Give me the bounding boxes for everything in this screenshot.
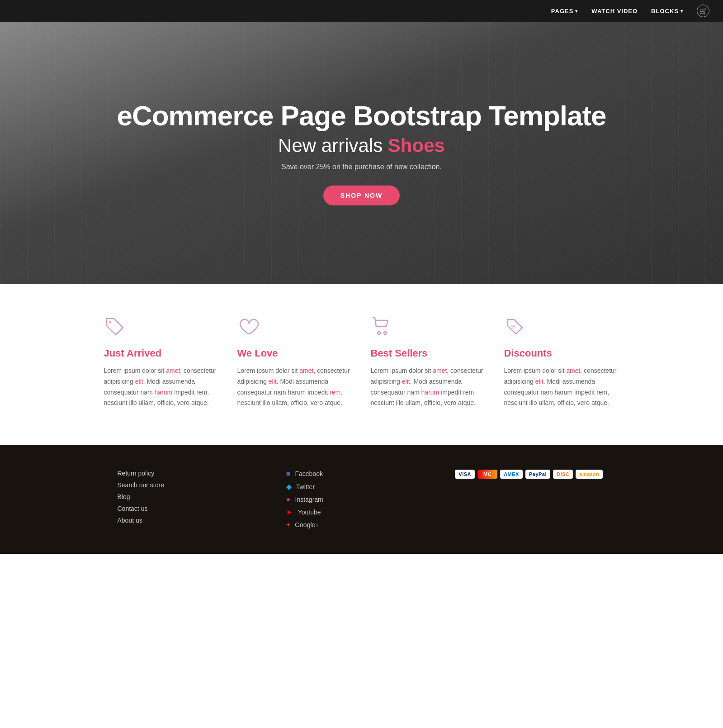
footer-link-about[interactable]: About us <box>118 517 268 524</box>
social-facebook-label: Facebook <box>295 470 323 477</box>
feature-best-sellers-title: Best Sellers <box>371 347 486 359</box>
payment-mastercard: MC <box>477 470 497 479</box>
payment-icons: VISA MC AMEX PayPal DISC amazon <box>455 470 605 479</box>
feature-just-arrived-title: Just Arrived <box>104 347 219 359</box>
youtube-icon: ► <box>286 508 293 516</box>
feature-just-arrived-text: Lorem ipsum dolor sit amet, consectetur … <box>104 366 219 409</box>
footer-links: Return policy Search our store Blog Cont… <box>118 470 268 524</box>
hero-section: eCommerce Page Bootstrap Template New ar… <box>0 22 723 284</box>
social-youtube-label: Youtube <box>298 509 321 516</box>
social-twitter[interactable]: ◆ Twitter <box>286 482 437 491</box>
footer-payments: VISA MC AMEX PayPal DISC amazon <box>455 470 605 479</box>
nav-watch-video[interactable]: WATCH VIDEO <box>591 8 638 14</box>
features-section: Just Arrived Lorem ipsum dolor sit amet,… <box>0 284 723 445</box>
feature-we-love-text: Lorem ipsum dolor sit amet, consectetur … <box>237 366 353 409</box>
feature-best-sellers: Best Sellers Lorem ipsum dolor sit amet,… <box>371 316 486 409</box>
feature-just-arrived: Just Arrived Lorem ipsum dolor sit amet,… <box>104 316 219 409</box>
footer: Return policy Search our store Blog Cont… <box>0 445 723 554</box>
svg-point-0 <box>109 321 111 324</box>
shopping-cart-icon <box>371 316 393 338</box>
nav-watch-video-label: WATCH VIDEO <box>591 8 638 14</box>
chevron-down-icon-2: ▾ <box>680 9 683 14</box>
nav-blocks-label: BLOCKS <box>651 8 679 14</box>
nav-pages[interactable]: PAGES ▾ <box>551 8 578 14</box>
feature-we-love-title: We Love <box>237 347 353 359</box>
social-googleplus-label: Google+ <box>295 521 319 528</box>
svg-text:%: % <box>511 324 515 329</box>
hero-description: Save over 25% on the purchase of new col… <box>117 163 606 171</box>
payment-discover: DISC <box>553 470 573 479</box>
hero-title: eCommerce Page Bootstrap Template <box>117 100 606 131</box>
discount-icon: % <box>504 316 527 338</box>
social-twitter-label: Twitter <box>296 483 315 490</box>
hero-subtitle-prefix: New arrivals <box>278 135 388 156</box>
cart-button[interactable]: 🛒 <box>697 5 709 17</box>
nav-blocks[interactable]: BLOCKS ▾ <box>651 8 683 14</box>
heart-icon <box>237 316 260 338</box>
hero-content: eCommerce Page Bootstrap Template New ar… <box>117 100 606 205</box>
payment-paypal: PayPal <box>525 470 550 479</box>
social-youtube[interactable]: ► Youtube <box>286 508 437 516</box>
social-facebook[interactable]: ■ Facebook <box>286 470 437 478</box>
svg-point-1 <box>378 332 380 334</box>
feature-discounts-text: Lorem ipsum dolor sit amet, consectetur … <box>504 366 619 409</box>
facebook-icon: ■ <box>286 470 291 478</box>
feature-we-love: We Love Lorem ipsum dolor sit amet, cons… <box>237 316 353 409</box>
payment-amazon: amazon <box>576 470 603 479</box>
payment-amex: AMEX <box>500 470 523 479</box>
footer-grid: Return policy Search our store Blog Cont… <box>90 470 633 529</box>
navbar-items: PAGES ▾ WATCH VIDEO BLOCKS ▾ 🛒 <box>551 5 709 17</box>
feature-discounts-title: Discounts <box>504 347 619 359</box>
footer-link-contact[interactable]: Contact us <box>118 505 268 512</box>
chevron-down-icon: ▾ <box>575 9 578 14</box>
tag-icon <box>104 316 127 338</box>
footer-social: ■ Facebook ◆ Twitter ● Instagram ► Youtu… <box>286 470 437 529</box>
svg-point-2 <box>384 332 387 334</box>
social-instagram-label: Instagram <box>295 496 323 503</box>
social-googleplus[interactable]: + Google+ <box>286 521 437 529</box>
features-grid: Just Arrived Lorem ipsum dolor sit amet,… <box>90 316 633 409</box>
payment-visa: VISA <box>455 470 475 479</box>
feature-best-sellers-text: Lorem ipsum dolor sit amet, consectetur … <box>371 366 486 409</box>
cart-icon: 🛒 <box>699 7 707 14</box>
twitter-icon: ◆ <box>286 482 292 491</box>
nav-pages-label: PAGES <box>551 8 574 14</box>
googleplus-icon: + <box>286 521 290 529</box>
footer-link-blog[interactable]: Blog <box>118 493 268 500</box>
footer-link-return-policy[interactable]: Return policy <box>118 470 268 477</box>
social-instagram[interactable]: ● Instagram <box>286 495 437 504</box>
navbar: PAGES ▾ WATCH VIDEO BLOCKS ▾ 🛒 <box>0 0 723 22</box>
shop-now-button[interactable]: SHOP NOW <box>323 186 400 205</box>
instagram-icon: ● <box>286 495 291 504</box>
hero-subtitle-highlight: Shoes <box>388 135 445 156</box>
feature-discounts: % Discounts Lorem ipsum dolor sit amet, … <box>504 316 619 409</box>
footer-link-search[interactable]: Search our store <box>118 481 268 489</box>
hero-subtitle: New arrivals Shoes <box>117 135 606 157</box>
